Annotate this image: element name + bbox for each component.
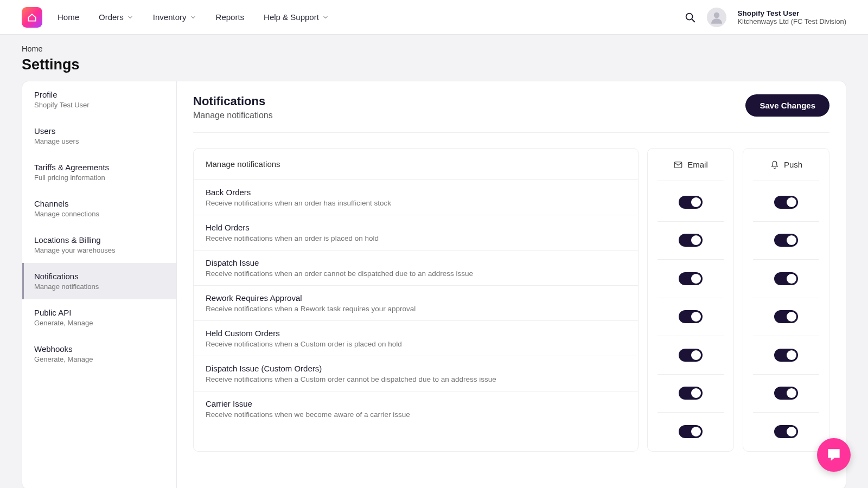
toggle-knob — [691, 197, 701, 207]
toggle-knob — [691, 235, 701, 245]
push-toggle[interactable] — [774, 310, 798, 323]
push-toggle-cell — [753, 183, 819, 222]
nav-item-label: Help & Support — [264, 12, 319, 22]
email-column-label: Email — [687, 160, 708, 169]
row-sub: Receive notifications when an order is p… — [206, 234, 626, 242]
toggle-knob — [691, 312, 701, 322]
chevron-down-icon — [127, 14, 133, 21]
nav-item-help-support[interactable]: Help & Support — [264, 12, 329, 22]
sidebar-item-webhooks[interactable]: WebhooksGenerate, Manage — [22, 336, 176, 372]
page-header: Home Settings — [0, 35, 868, 81]
nav-items: HomeOrdersInventoryReportsHelp & Support — [58, 12, 329, 22]
toggle-knob — [787, 350, 796, 360]
notification-row: Carrier IssueReceive notifications when … — [194, 391, 638, 426]
search-icon[interactable] — [684, 11, 696, 23]
email-column-header: Email — [658, 149, 724, 181]
row-sub: Receive notifications when an order cann… — [206, 269, 626, 278]
email-toggle-cell — [658, 260, 724, 298]
nav-item-reports[interactable]: Reports — [216, 12, 245, 22]
save-changes-button[interactable]: Save Changes — [745, 94, 829, 117]
chat-widget[interactable] — [817, 438, 851, 472]
row-title: Dispatch Issue (Custom Orders) — [206, 364, 626, 373]
notification-row: Rework Requires ApprovalReceive notifica… — [194, 286, 638, 321]
sidebar-item-notifications[interactable]: NotificationsManage notifications — [22, 263, 176, 299]
email-toggle-cell — [658, 298, 724, 337]
row-title: Back Orders — [206, 188, 626, 197]
chat-icon — [825, 446, 843, 464]
sidebar-item-profile[interactable]: ProfileShopify Test User — [22, 81, 176, 118]
svg-line-1 — [692, 19, 695, 22]
email-column: Email — [647, 148, 734, 452]
push-toggle-cell — [753, 222, 819, 260]
sidebar-item-title: Notifications — [34, 272, 164, 281]
sidebar-item-channels[interactable]: ChannelsManage connections — [22, 190, 176, 227]
nav-item-label: Home — [58, 12, 79, 22]
sidebar-item-public-api[interactable]: Public APIGenerate, Manage — [22, 299, 176, 336]
push-toggle[interactable] — [774, 272, 798, 285]
row-sub: Receive notifications when a Custom orde… — [206, 375, 626, 383]
email-toggle[interactable] — [679, 310, 703, 323]
toggle-knob — [787, 427, 796, 436]
sidebar-item-title: Users — [34, 126, 164, 136]
row-sub: Receive notifications when we become awa… — [206, 410, 626, 419]
push-toggle[interactable] — [774, 425, 798, 438]
sidebar-item-sub: Generate, Manage — [34, 355, 164, 363]
sidebar-item-sub: Manage notifications — [34, 282, 164, 291]
brand-logo[interactable] — [22, 7, 42, 28]
email-toggle[interactable] — [679, 349, 703, 362]
nav-item-home[interactable]: Home — [58, 12, 79, 22]
chevron-down-icon — [322, 14, 329, 21]
push-toggle[interactable] — [774, 349, 798, 362]
push-toggle[interactable] — [774, 387, 798, 400]
sidebar-item-title: Channels — [34, 199, 164, 208]
breadcrumb[interactable]: Home — [22, 44, 846, 53]
row-title: Carrier Issue — [206, 399, 626, 408]
nav-item-orders[interactable]: Orders — [99, 12, 133, 22]
push-toggle-cell — [753, 260, 819, 298]
email-toggle[interactable] — [679, 272, 703, 285]
toggle-knob — [691, 350, 701, 360]
avatar[interactable] — [707, 8, 726, 27]
sidebar-item-locations-billing[interactable]: Locations & BillingManage your warehouse… — [22, 227, 176, 263]
sidebar-item-title: Locations & Billing — [34, 235, 164, 245]
email-toggle[interactable] — [679, 387, 703, 400]
svg-point-2 — [714, 12, 720, 18]
push-toggle[interactable] — [774, 196, 798, 209]
push-column-label: Push — [784, 160, 802, 169]
toggle-knob — [787, 197, 796, 207]
push-toggle-cell — [753, 375, 819, 413]
settings-content: Notifications Manage notifications Save … — [177, 81, 846, 488]
sidebar-item-title: Profile — [34, 90, 164, 99]
row-title: Dispatch Issue — [206, 258, 626, 267]
email-toggle-cell — [658, 413, 724, 451]
content-subtitle: Manage notifications — [193, 111, 273, 120]
page-title: Settings — [22, 56, 846, 73]
settings-sidebar: ProfileShopify Test UserUsersManage user… — [22, 81, 177, 488]
email-toggle[interactable] — [679, 196, 703, 209]
email-toggle[interactable] — [679, 425, 703, 438]
notification-row: Back OrdersReceive notifications when an… — [194, 180, 638, 215]
push-toggle[interactable] — [774, 234, 798, 247]
sidebar-item-sub: Generate, Manage — [34, 319, 164, 327]
nav-item-inventory[interactable]: Inventory — [153, 12, 196, 22]
notification-row: Dispatch Issue (Custom Orders)Receive no… — [194, 356, 638, 391]
email-toggle[interactable] — [679, 234, 703, 247]
email-toggle-cell — [658, 222, 724, 260]
sidebar-item-title: Tariffs & Agreements — [34, 163, 164, 172]
row-sub: Receive notifications when a Rework task… — [206, 305, 626, 313]
sidebar-item-users[interactable]: UsersManage users — [22, 118, 176, 154]
toggle-knob — [787, 235, 796, 245]
sidebar-item-tariffs-agreements[interactable]: Tariffs & AgreementsFull pricing informa… — [22, 154, 176, 190]
user-name: Shopify Test User — [737, 9, 846, 17]
house-icon — [27, 12, 37, 23]
nav-item-label: Reports — [216, 12, 245, 22]
push-toggle-cell — [753, 336, 819, 375]
sidebar-item-title: Webhooks — [34, 344, 164, 354]
notification-row: Held OrdersReceive notifications when an… — [194, 215, 638, 251]
user-org: Kitchenways Ltd (FC Test Division) — [737, 17, 846, 25]
email-toggle-cell — [658, 336, 724, 375]
sidebar-item-title: Public API — [34, 308, 164, 317]
toggle-knob — [787, 388, 796, 398]
user-block[interactable]: Shopify Test User Kitchenways Ltd (FC Te… — [737, 9, 846, 25]
nav-item-label: Inventory — [153, 12, 187, 22]
